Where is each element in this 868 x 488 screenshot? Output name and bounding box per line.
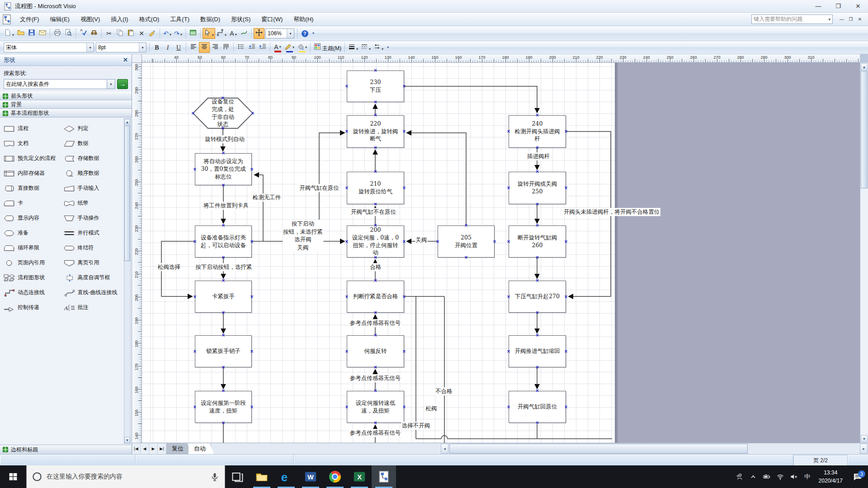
- connector-label-7[interactable]: 合格: [370, 263, 382, 271]
- microphone-icon[interactable]: [210, 472, 219, 481]
- menu-item-help[interactable]: 帮助(H): [288, 13, 319, 26]
- menu-item-insert[interactable]: 插入(I): [105, 13, 133, 26]
- line-pattern-button[interactable]: ▾: [359, 42, 372, 53]
- shape-search-dropdown[interactable]: ▾: [107, 79, 115, 89]
- flowchart-node-servo-reverse[interactable]: 伺服反转: [347, 335, 404, 367]
- connector-label-6[interactable]: 关阀: [415, 236, 428, 244]
- shape-item-internal-storage[interactable]: 内部存储器: [3, 166, 63, 181]
- connector-label-8[interactable]: 松阀选择: [157, 263, 181, 271]
- flowchart-node-servo-lowspeed[interactable]: 设定伺服转速低 速，及扭矩: [347, 391, 404, 423]
- flowchart-node-cyl-retract[interactable]: 开阀推进气缸缩回: [509, 335, 566, 367]
- underline-button[interactable]: U: [173, 42, 184, 53]
- people-tray-icon[interactable]: [733, 465, 746, 488]
- shape-item-off-page-reference[interactable]: 离页引用: [63, 255, 123, 270]
- bullets-button[interactable]: [236, 42, 246, 53]
- increase-indent-button[interactable]: [257, 42, 268, 53]
- flowchart-node-lock-pin[interactable]: 锁紧扳手销子: [195, 335, 252, 367]
- bold-button[interactable]: B: [151, 42, 162, 53]
- chevron-down-icon[interactable]: ▾: [86, 43, 94, 52]
- scroll-down-icon[interactable]: ▼: [861, 435, 868, 442]
- undo-button[interactable]: ↶▾: [162, 28, 173, 39]
- theme-button[interactable]: 主题(M): [312, 42, 343, 53]
- shape-item-parallel-mode[interactable]: 并行模式: [63, 225, 123, 240]
- align-left-button[interactable]: [188, 42, 199, 53]
- text-direction-button[interactable]: [221, 42, 231, 53]
- shape-item-on-page-reference[interactable]: 页面内引用: [3, 255, 63, 270]
- zoom-level-combo[interactable]: 106%▾: [265, 28, 294, 38]
- shape-item-control-transfer[interactable]: 控制传递: [3, 300, 63, 315]
- font-color-button[interactable]: A▾: [272, 42, 283, 53]
- shape-search-input[interactable]: 在此键入搜索条件: [4, 79, 107, 89]
- word-taskbar-button[interactable]: [298, 465, 323, 488]
- visio-taskbar-button[interactable]: [372, 465, 396, 488]
- help-question-input[interactable]: 键入需要帮助的问题 ▾: [751, 14, 833, 24]
- maximize-button[interactable]: ❒: [828, 0, 848, 12]
- stencil-header-arrow-shapes[interactable]: 箭头形状: [0, 92, 132, 100]
- scroll-up-icon[interactable]: ▲: [861, 63, 868, 70]
- connector-label-12[interactable]: 参考点传感器有信号: [349, 429, 401, 437]
- close-icon[interactable]: ✕: [123, 56, 128, 63]
- connector-label-13[interactable]: 不合格: [435, 387, 453, 395]
- italic-button[interactable]: I: [162, 42, 173, 53]
- align-center-button[interactable]: [199, 42, 210, 53]
- flowchart-node-step-270[interactable]: 下压气缸升起270: [509, 281, 566, 313]
- network-tray-icon[interactable]: [774, 465, 787, 488]
- line-color-button[interactable]: ▾: [283, 42, 296, 53]
- menu-item-data[interactable]: 数据(D): [195, 13, 226, 26]
- scrollbar-thumb[interactable]: [861, 71, 868, 188]
- connector-label-17[interactable]: 开阀头未插进阀杆，将开阀不合格置位: [563, 208, 660, 216]
- fill-color-button[interactable]: ▾: [296, 42, 308, 53]
- last-page-icon[interactable]: ▶|: [158, 443, 166, 454]
- minimize-window-button[interactable]: —: [837, 15, 846, 23]
- connector-label-5[interactable]: 按下启动 按钮，未选拧紧 选开阀 关阀: [283, 220, 323, 251]
- close-button[interactable]: ✕: [848, 0, 868, 12]
- start-button[interactable]: [0, 465, 26, 488]
- shape-item-data[interactable]: 数据: [63, 136, 123, 151]
- connector-label-1[interactable]: 将工件放置到卡具: [203, 202, 249, 210]
- shape-item-line-curve-connector[interactable]: 直线-曲线连接线: [63, 285, 123, 300]
- scroll-up-icon[interactable]: ▲: [124, 119, 130, 125]
- menu-item-shape[interactable]: 形状(S): [226, 13, 256, 26]
- connector-label-9[interactable]: 按下启动按钮，选拧紧: [195, 263, 253, 271]
- connector-label-14[interactable]: 松阀: [425, 404, 438, 413]
- toolbar-options-button[interactable]: ▾: [385, 42, 391, 53]
- print-preview-button[interactable]: [63, 28, 74, 39]
- text-tool-button[interactable]: A▾: [228, 28, 239, 39]
- menu-item-view[interactable]: 视图(V): [75, 13, 105, 26]
- pan-zoom-button[interactable]: [254, 28, 264, 39]
- connector-tool-button[interactable]: ▾: [215, 28, 228, 39]
- shape-item-process[interactable]: 流程: [3, 121, 63, 136]
- freeform-tool-button[interactable]: [239, 28, 250, 39]
- flowchart-node-step-205[interactable]: 205 开阀位置: [438, 225, 495, 258]
- drawing-page[interactable]: 设备复位 完成，处 于非自动 状态××××将自动步设定为 30，置0复位完成 标…: [142, 63, 860, 443]
- scrollbar-thumb[interactable]: [124, 126, 130, 261]
- edge-taskbar-button[interactable]: [274, 465, 298, 488]
- shape-item-card[interactable]: 卡: [3, 196, 63, 211]
- flowchart-node-clamp-wrench[interactable]: 卡紧扳手: [195, 281, 252, 313]
- stencil-borders-titles[interactable]: 边框和标题: [0, 445, 132, 454]
- connector-label-11[interactable]: 参考点传感器无信号: [349, 374, 401, 382]
- pointer-tool-button[interactable]: ▾: [203, 28, 215, 39]
- shape-item-annotation[interactable]: 批注: [63, 300, 123, 315]
- toolbar-options-button[interactable]: ▾: [310, 28, 316, 39]
- align-right-button[interactable]: [210, 42, 221, 53]
- connector-label-15[interactable]: 选择不开阀: [401, 422, 431, 430]
- paste-button[interactable]: [125, 28, 136, 39]
- excel-taskbar-button[interactable]: [347, 465, 372, 488]
- scroll-right-icon[interactable]: ▸: [860, 444, 868, 454]
- shape-item-flowchart-shapes[interactable]: 流程图形状: [3, 270, 63, 285]
- shape-item-document[interactable]: 文档: [3, 136, 63, 151]
- connector-label-16[interactable]: 插进阀杆: [527, 152, 550, 160]
- research-button[interactable]: [89, 28, 99, 39]
- scroll-left-icon[interactable]: ◂: [441, 444, 448, 454]
- shape-item-stored-data[interactable]: 存储数据: [63, 151, 123, 166]
- stencil-header-basic-flowchart-shapes[interactable]: 基本流程图形状: [0, 109, 132, 117]
- flowchart-node-step-210[interactable]: 210 旋转原位给气: [347, 172, 404, 204]
- taskbar-clock[interactable]: 13:34 2020/4/17: [814, 469, 847, 485]
- next-page-icon[interactable]: ▶: [149, 443, 158, 454]
- font-size-combo[interactable]: 8pt▾: [96, 42, 146, 52]
- chrome-taskbar-button[interactable]: [323, 465, 347, 488]
- menu-item-file[interactable]: 文件(F): [14, 13, 45, 26]
- flowchart-node-hex-reset-done[interactable]: 设备复位 完成，处 于非自动 状态: [193, 98, 253, 128]
- canvas-vertical-scrollbar[interactable]: ▲ ▼: [860, 63, 868, 443]
